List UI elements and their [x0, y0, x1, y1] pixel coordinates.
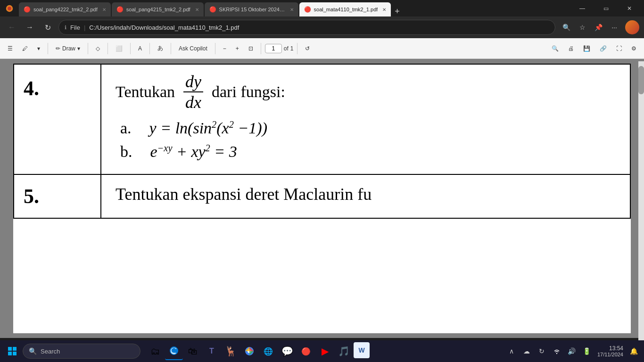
save-button[interactable]: 💾: [579, 43, 594, 54]
clock[interactable]: 13:54 17/11/2024: [597, 345, 623, 357]
ask-copilot-button[interactable]: Ask Copilot: [175, 43, 211, 54]
table-row: 4. Tentukan dy dx dari fungsi: a.: [14, 64, 630, 174]
taskbar-youtube[interactable]: ▶: [316, 342, 334, 360]
svg-point-1: [8, 7, 11, 10]
fit-page-button[interactable]: ⊡: [245, 43, 257, 54]
text-size-button[interactable]: あ: [154, 42, 167, 54]
math-button[interactable]: A: [134, 43, 146, 54]
page-of-label: of: [284, 45, 289, 52]
toolbar-sep-5: [149, 43, 150, 54]
tab-close-3[interactable]: ✕: [290, 7, 294, 12]
zoom-button[interactable]: 🔍: [559, 20, 573, 34]
taskbar-whatsapp[interactable]: 💬: [278, 342, 296, 360]
problem-5-content: Tentukan ekspansi deret Maclaurin fu: [101, 174, 630, 218]
battery-icon[interactable]: 🔋: [580, 345, 594, 358]
zoom-out-button[interactable]: −: [219, 43, 230, 54]
taskbar-extra1[interactable]: 🌐: [259, 342, 277, 360]
taskbar-mcafee[interactable]: 🔴: [297, 342, 315, 360]
wifi-icon[interactable]: [550, 345, 563, 358]
fullscreen-button[interactable]: ⛶: [612, 43, 626, 54]
tabs-container: 🔴 soal_pang4222_tmk2_2.pdf ✕ 🔴 soal_pang…: [19, 0, 570, 16]
file-protocol-icon: ℹ: [65, 25, 66, 31]
problem-4-header: Tentukan dy dx dari fungsi:: [116, 72, 616, 112]
sub-b-formula: e−xy + xy2 = 3: [150, 143, 237, 161]
window-controls: — ▭ ✕: [571, 1, 640, 16]
url-protocol: File: [70, 24, 80, 31]
share-button[interactable]: 🔗: [596, 43, 611, 54]
taskbar-teams[interactable]: T: [203, 342, 221, 360]
cloud-icon[interactable]: ☁: [520, 345, 533, 358]
problem-4-content: Tentukan dy dx dari fungsi: a. y = ln(si…: [101, 64, 630, 174]
start-button[interactable]: [4, 343, 21, 360]
system-icons: ∧ ☁ ↻ 🔊 🔋: [505, 345, 594, 358]
taskbar-spotify[interactable]: 🎵: [335, 342, 353, 360]
taskbar-chrome[interactable]: [240, 342, 258, 360]
tab-title-1: soal_pang4222_tmk2_2.pdf: [33, 7, 98, 12]
taskbar-file-explorer[interactable]: 🗂: [146, 342, 164, 360]
taskbar-edge[interactable]: [165, 342, 183, 360]
tab-close-1[interactable]: ✕: [102, 7, 106, 12]
page-number-input[interactable]: [265, 44, 282, 53]
panel-toggle-button[interactable]: ☰: [4, 43, 17, 54]
volume-icon[interactable]: 🔊: [565, 345, 578, 358]
dy-dx-fraction: dy dx: [183, 72, 203, 112]
problem-5-label: 5.: [24, 185, 39, 208]
back-button[interactable]: ←: [5, 20, 19, 34]
tentukan-label: Tentukan: [116, 83, 175, 101]
draw-button[interactable]: ✏ Draw ▾: [52, 43, 84, 54]
forward-button[interactable]: →: [23, 20, 37, 34]
settings-button[interactable]: ⚙: [627, 43, 640, 54]
eraser-button[interactable]: ◇: [92, 43, 104, 54]
pin-button[interactable]: 📌: [591, 20, 605, 34]
svg-rect-2: [8, 347, 12, 351]
taskbar-word[interactable]: W: [354, 342, 370, 358]
refresh-button[interactable]: ↻: [41, 20, 55, 34]
pdf-icon-2: 🔴: [116, 6, 124, 13]
taskbar-store[interactable]: 🛍: [184, 342, 202, 360]
ask-copilot-label: Ask Copilot: [179, 45, 207, 52]
scroll-track[interactable]: [638, 61, 644, 340]
toolbar-sep-6: [171, 43, 171, 54]
table-row: 5. Tentukan ekspansi deret Maclaurin fu: [14, 174, 630, 218]
sub-a-label: a.: [120, 119, 132, 137]
annotation-button[interactable]: 🖊: [18, 43, 32, 54]
tab-skripsi[interactable]: 🔴 SKRIPSI 15 Oktober 2024 ACC AL ✕: [205, 2, 298, 16]
new-tab-button[interactable]: +: [392, 7, 403, 16]
chevron-up-icon[interactable]: ∧: [505, 345, 518, 358]
text-box-button[interactable]: ⬜: [112, 43, 126, 54]
minimize-button[interactable]: —: [571, 1, 593, 16]
refresh-sys-icon[interactable]: ↻: [535, 345, 548, 358]
url-path: C:/Users/indah/Downloads/soal_mata4110_t…: [89, 24, 239, 31]
taskbar-deer[interactable]: 🦌: [222, 342, 239, 360]
toolbar-search-button[interactable]: 🔍: [548, 43, 562, 54]
problem-4-label: 4.: [24, 77, 39, 100]
toolbar-sep-2: [88, 43, 88, 54]
more-button[interactable]: ···: [607, 20, 621, 34]
tab-close-2[interactable]: ✕: [195, 7, 199, 12]
chrome-icon: [245, 346, 254, 356]
annotation-dropdown[interactable]: ▾: [33, 43, 44, 54]
tab-close-4[interactable]: ✕: [382, 7, 386, 12]
star-button[interactable]: ☆: [575, 20, 589, 34]
zoom-in-button[interactable]: +: [232, 43, 243, 54]
toolbar-sep-1: [48, 43, 48, 54]
tab-soal-pang4222[interactable]: 🔴 soal_pang4222_tmk2_2.pdf ✕: [19, 2, 111, 16]
notification-button[interactable]: 🔔: [627, 345, 640, 358]
close-button[interactable]: ✕: [619, 1, 640, 16]
clock-time: 13:54: [597, 345, 623, 352]
print-button[interactable]: 🖨: [564, 43, 578, 54]
rotate-button[interactable]: ↺: [301, 43, 314, 54]
tab-soal-pang4215[interactable]: 🔴 soal_pang4215_tmk2_2.pdf ✕: [112, 2, 204, 16]
restore-button[interactable]: ▭: [595, 1, 617, 16]
zoom-section: 🔍 🖨 💾 🔗 ⛶ ⚙: [548, 43, 640, 54]
draw-chevron: ▾: [77, 45, 80, 52]
url-bar[interactable]: ℹ File | C:/Users/indah/Downloads/soal_m…: [58, 20, 555, 35]
profile-button[interactable]: [625, 20, 639, 34]
sub-a-formula: y = ln(sin2(x2 −1)): [149, 119, 267, 137]
search-bar[interactable]: 🔍 Search: [23, 344, 140, 359]
tab-soal-mata4110[interactable]: 🔴 soal_mata4110_tmk2_1.pdf ✕: [299, 2, 391, 16]
browser-icon: [4, 3, 15, 14]
scroll-thumb[interactable]: [638, 66, 644, 94]
taskbar-right: ∧ ☁ ↻ 🔊 🔋 13:54 17/11/2024 🔔: [505, 345, 640, 358]
pdf-toolbar: ☰ 🖊 ▾ ✏ Draw ▾ ◇ ⬜ A あ Ask Copilot − + ⊡…: [0, 38, 644, 59]
